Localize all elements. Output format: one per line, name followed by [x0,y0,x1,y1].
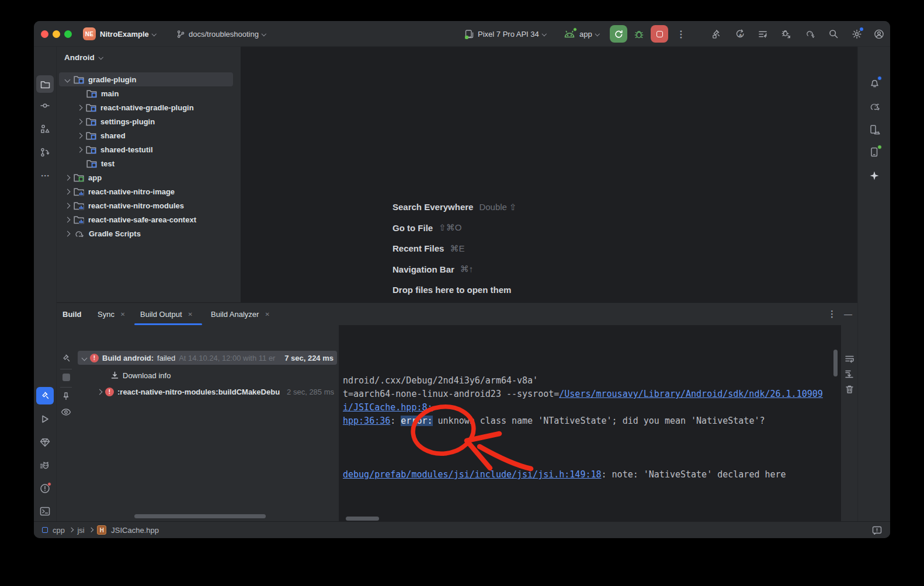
build-root-row[interactable]: ! Build android: failed At 14.10.24, 12:… [78,351,337,365]
shortcut-label: Drop files here to open them [392,285,511,295]
tree-item-react-native-nitro-modules[interactable]: react-native-nitro-modules [59,198,233,212]
module-folder-icon [86,145,96,154]
tree-item-react-native-safe-area-context[interactable]: react-native-safe-area-context [59,212,233,226]
chevron-right-icon[interactable] [65,203,71,208]
file-link[interactable]: /Users/mrousavy/Library/Android/sdk/ndk/… [559,389,823,399]
project-view-selector[interactable]: Android [64,49,102,65]
view-options-button[interactable] [60,406,72,418]
attach-debugger-icon[interactable] [781,29,791,39]
tree-item-main[interactable]: main [59,86,233,100]
tab-build-analyzer[interactable]: Build Analyzer ✕ [211,303,270,325]
breadcrumb-cpp[interactable]: cpp [53,526,65,535]
device-selector[interactable]: Pixel 7 Pro API 34 [464,21,546,47]
build-window-options[interactable]: ⋮ [828,303,836,325]
event-log-icon[interactable] [872,526,882,535]
tree-item-shared-testutil[interactable]: shared-testutil [59,142,233,156]
chevron-right-icon[interactable] [65,175,71,180]
commit-tool-button[interactable] [36,97,54,114]
console-horizontal-scrollbar[interactable] [346,517,379,521]
file-link[interactable]: i/JSICache.hpp:8: [343,402,433,413]
tab-sync[interactable]: Sync ✕ [98,303,125,325]
pull-requests-icon [40,147,50,158]
play-icon [40,414,50,424]
chevron-right-icon[interactable] [65,231,71,236]
debug-icon[interactable] [634,29,644,39]
build-tool-button[interactable] [36,387,54,404]
close-icon[interactable]: ✕ [120,311,125,318]
project-selector[interactable]: NitroExample [100,21,155,47]
branch-selector[interactable]: docs/troubleshooting [176,21,265,47]
soft-wrap-button[interactable] [843,353,856,365]
chevron-down-icon[interactable] [65,76,71,82]
tree-item-test[interactable]: test [59,156,233,170]
build-output-console[interactable]: ndroid/.cxx/Debug/2nd4i3y6/arm64-v8a' t=… [339,325,841,522]
run-more-options[interactable]: ⋮ [676,21,686,47]
chevron-right-icon[interactable] [65,217,71,222]
chevron-right-icon[interactable] [97,389,103,395]
terminal-tool-button[interactable] [36,503,54,520]
gemini-tool-button[interactable] [866,167,883,184]
file-link[interactable]: debug/prefab/modules/jsi/include/jsi/jsi… [343,469,602,480]
tree-item-react-native-gradle-plugin[interactable]: react-native-gradle-plugin [59,100,233,114]
scroll-to-end-button[interactable] [843,368,856,381]
build-task-row[interactable]: ! :react-native-nitro-modules:buildCMake… [78,385,337,399]
tree-horizontal-scrollbar[interactable] [134,514,266,518]
chevron-right-icon[interactable] [77,132,83,138]
tree-item-shared[interactable]: shared [59,128,233,142]
pin-tab-button[interactable] [60,390,72,403]
chevron-right-icon[interactable] [77,146,83,152]
chevron-down-icon[interactable] [82,355,88,361]
close-icon[interactable]: ✕ [265,311,269,318]
chevron-right-icon[interactable] [65,189,71,194]
close-window-button[interactable] [41,30,48,38]
more-tools-button[interactable]: ⋯ [36,167,54,184]
rerun-build-button[interactable] [60,352,72,365]
profiler-tool-button[interactable] [36,434,54,451]
rerun-button[interactable] [610,25,627,43]
minimize-window-button[interactable] [53,30,60,38]
breadcrumb-jsi[interactable]: jsi [77,526,84,535]
console-line: i/JSICache.hpp:8: [343,401,841,414]
build-download-row[interactable]: Download info [78,368,337,382]
gradle-sync-icon[interactable] [805,29,815,39]
more-icon: ⋯ [41,170,50,181]
run-tool-button[interactable] [36,410,54,428]
tab-build-output[interactable]: Build Output ✕ [140,303,193,325]
clear-all-button[interactable] [843,383,856,396]
problems-tool-button[interactable] [36,480,54,497]
tree-item-react-native-nitro-image[interactable]: react-native-nitro-image [59,184,233,198]
project-tool-button[interactable] [36,75,54,93]
breadcrumb-file[interactable]: JSICache.hpp [111,526,159,535]
file-link[interactable]: hpp:36:36 [343,416,390,426]
run-config-selector[interactable]: app [563,21,599,47]
console-vertical-scrollbar[interactable] [833,350,838,376]
chevron-right-icon[interactable] [77,104,83,110]
settings-icon[interactable] [852,29,862,39]
close-icon[interactable]: ✕ [188,311,193,318]
search-icon[interactable] [828,29,839,39]
tree-item-gradle-plugin[interactable]: gradle-plugin [59,72,233,86]
tree-item-gradle-scripts[interactable]: Gradle Scripts [59,226,233,240]
build-variants-icon[interactable] [758,29,768,39]
build-project-icon[interactable] [711,29,722,39]
structure-tool-button[interactable] [36,120,54,138]
stop-button[interactable] [651,25,668,43]
device-manager-tool-button[interactable] [866,121,883,138]
maximize-window-button[interactable] [64,30,72,38]
account-icon[interactable] [874,29,884,39]
sync-translate-icon[interactable]: A [735,29,745,39]
project-view-label: Android [64,53,95,62]
running-devices-tool-button[interactable] [866,143,883,161]
toolbar-divider [60,387,72,388]
error-icon: ! [90,354,99,362]
stop-build-button[interactable] [60,371,72,383]
vcs-tool-button[interactable] [36,144,54,161]
build-window-minimize[interactable]: — [844,303,852,325]
logcat-tool-button[interactable] [36,457,54,475]
gradle-tool-button[interactable] [866,97,883,115]
chevron-right-icon[interactable] [77,118,83,124]
tree-item-settings-plugin[interactable]: settings-plugin [59,114,233,128]
notifications-tool-button[interactable] [866,74,883,92]
tree-item-app[interactable]: app [59,170,233,184]
module-icon [42,527,48,533]
